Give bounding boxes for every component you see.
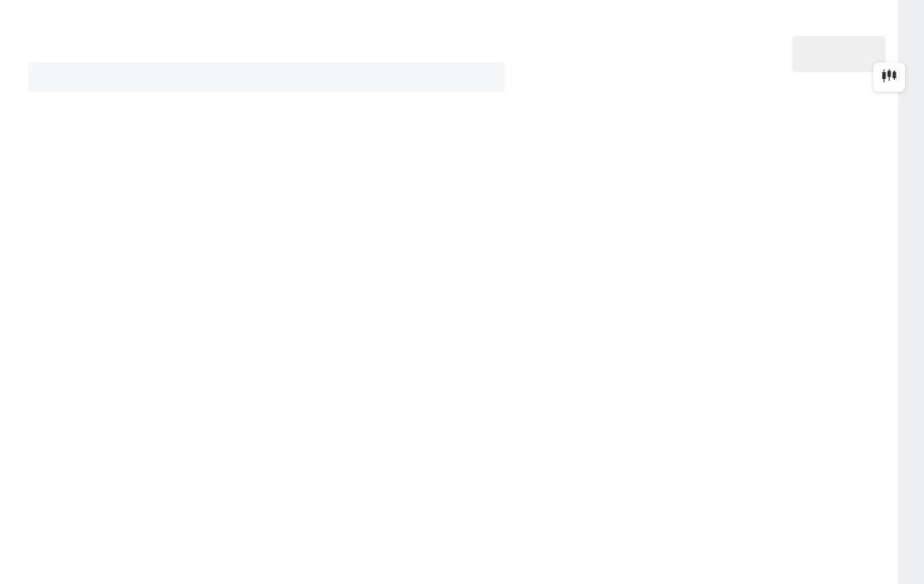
period-selector (28, 63, 505, 92)
chart-toolbar (28, 63, 898, 92)
quote-page (0, 0, 898, 584)
chart-area (26, 100, 898, 391)
candlestick-chart[interactable] (26, 100, 898, 391)
chart-type-button[interactable] (873, 63, 905, 92)
candlestick-icon (881, 69, 897, 86)
quote-header (0, 0, 898, 20)
view-tabs (28, 43, 898, 51)
